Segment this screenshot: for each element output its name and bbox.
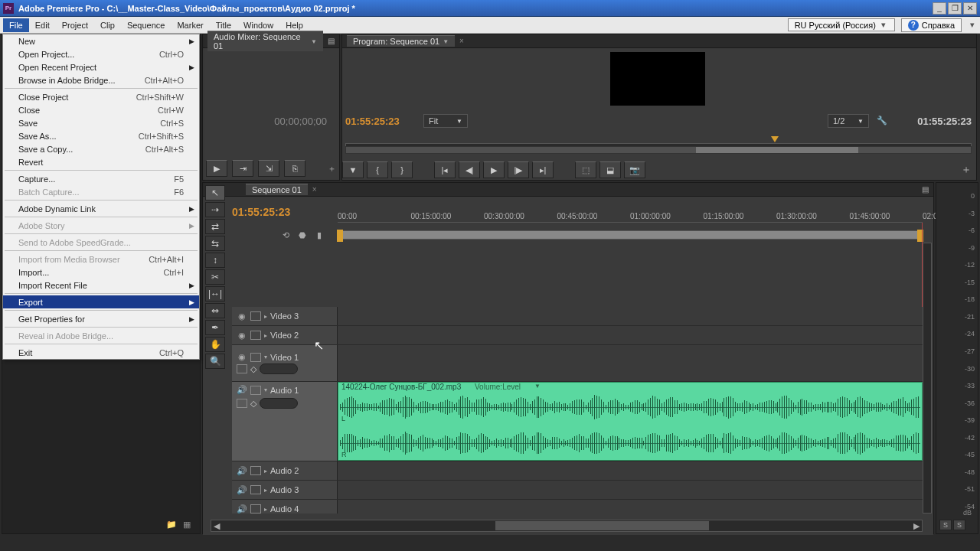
insert-button[interactable]: ⇥ [232,160,253,177]
marker-icon[interactable]: ⬣ [296,229,309,241]
file-menu-import-recent-file[interactable]: Import Recent File▶ [3,279,199,292]
close-icon[interactable]: × [459,37,464,45]
file-menu-save-as[interactable]: Save As...Ctrl+Shift+S [3,129,199,142]
scrollbar-thumb[interactable] [495,521,708,530]
track-audio-2[interactable]: 🔊▸Audio 2 [232,461,923,481]
menu-sequence[interactable]: Sequence [121,18,172,32]
file-menu-open-recent-project[interactable]: Open Recent Project▶ [3,60,199,73]
lock-box[interactable] [250,311,261,321]
lift-button[interactable]: ⬚ [575,161,596,178]
keyframe-icon[interactable]: ◇ [250,364,256,374]
speaker-icon[interactable]: 🔊 [237,504,247,514]
scroll-left-icon[interactable]: ◀ [211,521,222,531]
menu-file[interactable]: File [3,18,29,32]
timeline-vertical-scrollbar[interactable] [923,243,932,514]
audio-clip[interactable]: 140224-Олег Сунцов-БГ_002.mp3 Volume:Lev… [338,382,923,461]
file-menu-close[interactable]: CloseCtrl+W [3,103,199,116]
track-video-1[interactable]: ◉▾Video 1 ◇ [232,345,923,382]
keyframe-icon[interactable]: ◇ [250,399,256,409]
scroll-right-icon[interactable]: ▶ [911,521,922,531]
resolution-dropdown[interactable]: 1/2▼ [828,114,869,128]
audio-mixer-tab[interactable]: Audio Mixer: Sequence 01 ▼ [207,31,323,51]
play-button[interactable]: ▶ [483,161,505,178]
lock-box[interactable] [250,504,261,514]
lock-box[interactable] [250,485,261,494]
mark-in-button[interactable]: ▼ [342,161,364,178]
menu-window[interactable]: Window [237,18,279,32]
chevron-down-icon[interactable]: ▾ [968,20,977,30]
solo-button[interactable]: S [953,520,965,530]
panel-menu-icon[interactable]: ▤ [328,37,335,45]
panel-menu-icon[interactable]: ▤ [922,185,929,194]
toggle-box[interactable] [237,399,247,408]
eye-icon[interactable]: ◉ [237,331,247,341]
work-area-start-handle[interactable] [337,230,343,242]
opacity-pill[interactable] [260,364,298,374]
solo-button[interactable]: S [939,520,952,530]
eye-icon[interactable]: ◉ [237,311,247,321]
file-menu-save[interactable]: SaveCtrl+S [3,116,199,129]
track-audio-3[interactable]: 🔊▸Audio 3 [232,481,923,500]
toggle-box[interactable] [237,364,247,373]
file-menu-new[interactable]: New▶ [3,34,199,47]
settings-icon[interactable]: 🔧 [877,116,887,126]
eye-icon[interactable]: ◉ [237,352,247,362]
timeline-work-area[interactable] [338,230,923,240]
file-menu-get-properties-for[interactable]: Get Properties for▶ [3,312,199,325]
sequence-tab[interactable]: Sequence 01 [246,184,308,195]
close-icon[interactable]: × [312,185,317,194]
minimize-button[interactable]: _ [933,2,946,15]
volume-pill[interactable] [260,398,298,409]
program-tab[interactable]: Program: Sequence 01 ▼ [347,35,455,47]
file-menu-revert[interactable]: Revert [3,155,199,168]
slide-tool[interactable]: ⇔ [205,303,225,318]
speaker-icon[interactable]: 🔊 [237,485,247,495]
go-to-in-button[interactable]: |◂ [434,161,456,178]
razor-tool[interactable]: ✂ [205,269,225,285]
lock-box[interactable] [250,331,261,340]
clip-volume-label[interactable]: Volume:Level [475,383,521,391]
slip-tool[interactable]: |↔| [205,286,225,302]
ripple-edit-tool[interactable]: ⇄ [205,219,225,234]
new-item-icon[interactable]: ▦ [183,520,195,530]
help-link[interactable]: ? Справка [901,18,962,32]
rate-stretch-tool[interactable]: ↕ [205,253,225,268]
speaker-icon[interactable]: 🔊 [237,466,247,476]
play-button[interactable]: ▶ [206,160,227,177]
file-menu-open-project[interactable]: Open Project...Ctrl+O [3,47,199,60]
file-menu-close-project[interactable]: Close ProjectCtrl+Shift+W [3,90,199,103]
file-menu-capture[interactable]: Capture...F5 [3,172,199,185]
step-back-button[interactable]: ◀| [459,161,480,178]
menu-project[interactable]: Project [56,18,94,32]
zoom-tool[interactable]: 🔍 [205,354,225,369]
settings-icon[interactable]: ▮ [313,229,325,241]
track-audio-4[interactable]: 🔊▸Audio 4 [232,500,923,514]
step-forward-button[interactable]: |▶ [508,161,529,178]
go-to-out-button[interactable]: ▸| [532,161,554,178]
in-point-button[interactable]: { [367,161,388,178]
new-bin-icon[interactable]: 📁 [166,520,178,530]
file-menu-exit[interactable]: ExitCtrl+Q [3,346,199,359]
track-video-3[interactable]: ◉▸Video 3 [232,307,923,326]
timeline-horizontal-scrollbar[interactable]: ◀ ▶ [211,520,923,532]
file-menu-browse-in-adobe-bridge[interactable]: Browse in Adobe Bridge...Ctrl+Alt+O [3,73,199,86]
lock-box[interactable] [250,353,261,362]
program-range-bar[interactable] [345,146,972,154]
zoom-fit-dropdown[interactable]: Fit▼ [423,114,468,128]
file-menu-adobe-dynamic-link[interactable]: Adobe Dynamic Link▶ [3,202,199,215]
rolling-edit-tool[interactable]: ⇆ [205,236,225,251]
pen-tool[interactable]: ✒ [205,320,225,335]
language-selector[interactable]: RU Русский (Россия) ▾ [788,18,895,31]
file-menu-export[interactable]: Export▶ [3,295,199,308]
timeline-ruler[interactable]: 00:0000:15:00:0000:30:00:0000:45:00:0001… [338,212,923,223]
menu-marker[interactable]: Marker [171,18,209,32]
lock-box[interactable] [250,386,261,395]
file-menu-import[interactable]: Import...Ctrl+I [3,266,199,279]
menu-title[interactable]: Title [210,18,237,32]
speaker-icon[interactable]: 🔊 [237,385,247,395]
timeline-timecode[interactable]: 01:55:25:23 [232,206,290,218]
close-button[interactable]: ✕ [963,2,977,15]
extract-button[interactable]: ⬓ [599,161,621,178]
add-button-icon[interactable]: ＋ [328,163,336,174]
track-audio-1[interactable]: 🔊▾Audio 1 ◇ 140224-Олег Сунцов-БГ_002.mp… [232,382,923,461]
